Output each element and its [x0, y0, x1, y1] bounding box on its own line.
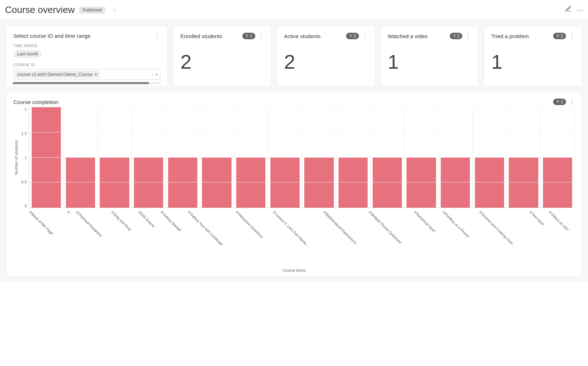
filter-pill[interactable]: 2	[450, 33, 463, 39]
card-kebab-icon[interactable]: ⋮	[569, 33, 575, 39]
page-title: Course overview	[5, 4, 75, 15]
stat-value: 2	[284, 50, 368, 73]
stat-title: Active students	[284, 33, 321, 39]
card-kebab-icon[interactable]: ⋮	[465, 33, 471, 39]
bar-slot	[29, 107, 63, 208]
stat-card-problem: Tried a problem 2 ⋮ 1	[484, 26, 582, 87]
time-range-label: TIME RANGE	[13, 44, 160, 48]
x-tick-label: b'Getting Started'	[160, 210, 182, 232]
x-tick-label: b'Videos on edX'	[548, 210, 570, 232]
bar[interactable]	[202, 158, 231, 208]
bar-slot	[336, 107, 370, 208]
card-kebab-icon[interactable]: ⋮	[362, 33, 368, 39]
bar-slot	[302, 107, 336, 208]
filter-count: 2	[561, 33, 563, 39]
bar[interactable]	[373, 158, 402, 208]
dashboard-body: Select course ID and time range ⋮ TIME R…	[0, 20, 588, 282]
controls-scrollbar[interactable]	[13, 82, 161, 84]
filter-pill[interactable]: 1	[242, 33, 255, 39]
chart-card-title: Course completion	[13, 99, 58, 105]
card-kebab-icon[interactable]: ⋮	[569, 99, 575, 105]
stat-title: Tried a problem	[491, 33, 529, 39]
stat-card-enrolled: Enrolled students 1 ⋮ 2	[173, 26, 271, 87]
time-range-pill[interactable]: Last month	[13, 50, 42, 58]
x-tick-label: b'EdX Exams'	[138, 210, 156, 229]
x-tick-label: b'Mathematical Expressions'	[323, 210, 358, 245]
bar[interactable]	[66, 158, 95, 208]
more-horizontal-icon[interactable]: ⋯	[576, 6, 583, 14]
y-axis-ticks: 21.510.50	[19, 107, 29, 208]
bar[interactable]	[32, 107, 61, 208]
x-tick-label: b'Pointing on a Picture'	[442, 210, 471, 239]
filter-count: 1	[561, 99, 563, 104]
course-id-select[interactable]: course-v1:edX+DemoX+Demo_Course × × ▾	[13, 69, 160, 80]
bar-slot	[63, 107, 98, 208]
x-tick-label: b'Interactive Questions'	[235, 210, 264, 239]
bar[interactable]	[475, 158, 504, 208]
filter-count: 2	[457, 33, 460, 39]
filter-pill[interactable]: 1	[553, 99, 566, 105]
y-tick: 0	[24, 204, 27, 208]
stat-title: Watched a video	[388, 33, 428, 39]
page-header: Course overview Published ☆ ⋯	[0, 0, 588, 20]
y-tick: 0.5	[21, 180, 27, 184]
stat-value: 1	[491, 50, 575, 73]
chip-remove-icon[interactable]: ×	[95, 72, 97, 77]
x-tick-label: b'Chemical Equations'	[75, 210, 103, 238]
y-tick: 2	[24, 107, 27, 112]
course-id-chip-text: course-v1:edX+DemoX+Demo_Course	[17, 72, 93, 77]
x-tick-label: b'Blank HTML Page'	[28, 210, 54, 236]
x-tick-label: b'Drag and Drop'	[111, 210, 133, 232]
bar[interactable]	[100, 158, 129, 208]
filter-count: 1	[250, 33, 252, 39]
filter-pill[interactable]: 2	[553, 33, 566, 39]
controls-card: Select course ID and time range ⋮ TIME R…	[6, 26, 168, 87]
bar[interactable]	[509, 158, 538, 208]
bar[interactable]	[270, 158, 300, 208]
filter-count: 2	[354, 33, 356, 39]
bar-slot	[98, 107, 132, 208]
select-clear-icon[interactable]: ×	[152, 72, 154, 77]
x-tick-label: b''	[66, 210, 71, 215]
x-tick-label: b'Text Input'	[529, 210, 545, 226]
y-axis-label: Number of students	[13, 107, 19, 208]
bar[interactable]	[441, 158, 470, 208]
bar-slot	[404, 107, 439, 208]
x-tick-label: b"Lesson 2: Let's Get Interactive!"	[272, 210, 311, 249]
x-tick-label: b'Numerical Input'	[413, 210, 436, 233]
bar[interactable]	[134, 158, 163, 208]
favorite-star-icon[interactable]: ☆	[112, 6, 117, 14]
bar[interactable]	[338, 158, 368, 208]
y-tick: 1	[24, 155, 27, 160]
x-axis-title: Course block	[13, 268, 575, 272]
bar[interactable]	[236, 158, 265, 208]
stat-title: Enrolled students	[180, 33, 222, 39]
bar-slot	[234, 107, 268, 208]
top-row: Select course ID and time range ⋮ TIME R…	[6, 26, 582, 87]
bar-slot	[200, 107, 234, 208]
bar-slot	[131, 107, 166, 208]
bar-slot	[268, 107, 302, 208]
bar[interactable]	[168, 158, 197, 208]
bar-slot	[472, 107, 507, 208]
card-kebab-icon[interactable]: ⋮	[258, 33, 264, 39]
bar-slot	[507, 107, 541, 208]
chart-card: Course completion 1 ⋮ Number of students…	[6, 92, 582, 276]
bar[interactable]	[543, 158, 572, 208]
chart-area: Number of students 21.510.50	[13, 107, 575, 208]
chart-plot	[29, 107, 575, 208]
controls-card-title: Select course ID and time range	[13, 33, 90, 39]
stat-value: 1	[388, 50, 471, 73]
bar[interactable]	[304, 158, 333, 208]
card-kebab-icon[interactable]: ⋮	[154, 33, 160, 39]
bar[interactable]	[407, 158, 436, 208]
stat-value: 2	[180, 50, 264, 73]
y-tick: 1.5	[21, 131, 27, 136]
filter-pill[interactable]: 2	[346, 33, 359, 39]
course-id-chip[interactable]: course-v1:edX+DemoX+Demo_Course ×	[15, 71, 99, 78]
status-badge: Published	[79, 6, 106, 14]
edit-pencil-icon[interactable]	[565, 6, 571, 14]
stat-card-video: Watched a video 2 ⋮ 1	[380, 26, 479, 87]
course-id-label: COURSE ID	[13, 63, 160, 67]
chevron-down-icon[interactable]: ▾	[156, 72, 158, 77]
